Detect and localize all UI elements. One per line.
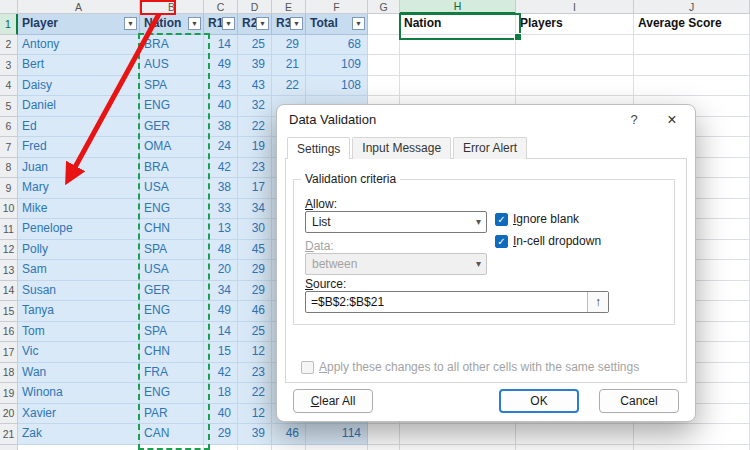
row-header-17[interactable]: 17 [0, 342, 18, 363]
cell-B19[interactable]: ENG [140, 383, 204, 404]
cell-I2[interactable] [516, 35, 634, 56]
cell-E21[interactable]: 46 [272, 424, 306, 445]
cell-E22[interactable] [272, 445, 306, 450]
cell-B2[interactable]: BRA [140, 35, 204, 56]
cell-B20[interactable]: PAR [140, 404, 204, 425]
column-header-D[interactable]: D [238, 0, 272, 14]
cell-D16[interactable]: 25 [238, 322, 272, 343]
cell-I21[interactable] [516, 424, 634, 445]
row-header-10[interactable]: 10 [0, 199, 18, 220]
filter-button-E1[interactable]: ▼ [290, 17, 303, 30]
cell-D8[interactable]: 23 [238, 158, 272, 179]
cell-D18[interactable]: 23 [238, 363, 272, 384]
cell-C18[interactable]: 42 [204, 363, 238, 384]
cell-D2[interactable]: 25 [238, 35, 272, 56]
cell-J2[interactable] [634, 35, 750, 56]
cell-H1[interactable]: Nation [400, 14, 516, 35]
cell-A20[interactable]: Xavier [18, 404, 140, 425]
cell-J1[interactable]: Average Score [634, 14, 750, 35]
cell-I3[interactable] [516, 55, 634, 76]
row-header-12[interactable]: 12 [0, 240, 18, 261]
cell-C2[interactable]: 14 [204, 35, 238, 56]
cell-B8[interactable]: BRA [140, 158, 204, 179]
cell-A3[interactable]: Bert [18, 55, 140, 76]
cell-D20[interactable]: 12 [238, 404, 272, 425]
cell-D4[interactable]: 43 [238, 76, 272, 97]
cell-H3[interactable] [400, 55, 516, 76]
row-header-9[interactable]: 9 [0, 178, 18, 199]
filter-button-B1[interactable]: ▼ [188, 17, 201, 30]
cell-B14[interactable]: GER [140, 281, 204, 302]
cell-B5[interactable]: ENG [140, 96, 204, 117]
cell-B16[interactable]: SPA [140, 322, 204, 343]
row-header-6[interactable]: 6 [0, 117, 18, 138]
cell-A13[interactable]: Sam [18, 260, 140, 281]
cell-B3[interactable]: AUS [140, 55, 204, 76]
cell-G22[interactable] [368, 445, 400, 450]
cell-C3[interactable]: 49 [204, 55, 238, 76]
cell-C13[interactable]: 20 [204, 260, 238, 281]
cell-A7[interactable]: Fred [18, 137, 140, 158]
cell-G1[interactable] [368, 14, 400, 35]
row-header-3[interactable]: 3 [0, 55, 18, 76]
cell-B9[interactable]: USA [140, 178, 204, 199]
cell-J4[interactable] [634, 76, 750, 97]
tab-settings[interactable]: Settings [287, 137, 350, 159]
filter-button-F1[interactable]: ▼ [352, 17, 365, 30]
cell-I22[interactable] [516, 445, 634, 450]
cell-D14[interactable]: 29 [238, 281, 272, 302]
cell-G4[interactable] [368, 76, 400, 97]
cell-A9[interactable]: Mary [18, 178, 140, 199]
cell-H22[interactable] [400, 445, 516, 450]
cell-C17[interactable]: 15 [204, 342, 238, 363]
cell-C8[interactable]: 42 [204, 158, 238, 179]
row-header-14[interactable]: 14 [0, 281, 18, 302]
cell-C4[interactable]: 43 [204, 76, 238, 97]
row-header-11[interactable]: 11 [0, 219, 18, 240]
cell-B18[interactable]: FRA [140, 363, 204, 384]
cell-D1[interactable]: R2▼ [238, 14, 272, 35]
cell-B7[interactable]: OMA [140, 137, 204, 158]
cell-F1[interactable]: Total▼ [306, 14, 368, 35]
cell-A16[interactable]: Tom [18, 322, 140, 343]
cell-A22[interactable] [18, 445, 140, 450]
cell-F22[interactable] [306, 445, 368, 450]
cell-B22[interactable] [140, 445, 204, 450]
cell-C22[interactable] [204, 445, 238, 450]
row-header-15[interactable]: 15 [0, 301, 18, 322]
cell-A5[interactable]: Daniel [18, 96, 140, 117]
row-header-2[interactable]: 2 [0, 35, 18, 56]
collapse-dialog-button[interactable]: ↑ [587, 292, 608, 312]
source-input[interactable] [305, 291, 609, 313]
cell-J22[interactable] [634, 445, 750, 450]
cell-H4[interactable] [400, 76, 516, 97]
cell-D11[interactable]: 30 [238, 219, 272, 240]
ignore-blank-checkbox[interactable]: ✓ Ignore blank [495, 210, 579, 228]
cell-C11[interactable]: 13 [204, 219, 238, 240]
cell-C10[interactable]: 33 [204, 199, 238, 220]
cancel-button[interactable]: Cancel [599, 389, 679, 413]
cell-C20[interactable]: 40 [204, 404, 238, 425]
cell-C14[interactable]: 34 [204, 281, 238, 302]
cell-D17[interactable]: 12 [238, 342, 272, 363]
cell-I4[interactable] [516, 76, 634, 97]
cell-E2[interactable]: 29 [272, 35, 306, 56]
cell-B13[interactable]: USA [140, 260, 204, 281]
cell-C16[interactable]: 14 [204, 322, 238, 343]
cell-D12[interactable]: 45 [238, 240, 272, 261]
column-header-J[interactable]: J [634, 0, 750, 14]
row-header-19[interactable]: 19 [0, 383, 18, 404]
cell-A10[interactable]: Mike [18, 199, 140, 220]
column-header-H[interactable]: H [400, 0, 516, 14]
cell-D6[interactable]: 22 [238, 117, 272, 138]
cell-C9[interactable]: 38 [204, 178, 238, 199]
cell-F3[interactable]: 109 [306, 55, 368, 76]
ok-button[interactable]: OK [499, 389, 579, 413]
allow-select[interactable]: List ▾ [305, 211, 487, 233]
cell-C19[interactable]: 18 [204, 383, 238, 404]
cell-C5[interactable]: 40 [204, 96, 238, 117]
cell-J3[interactable] [634, 55, 750, 76]
incell-dropdown-checkbox[interactable]: ✓ In-cell dropdown [495, 232, 601, 250]
filter-button-A1[interactable]: ▼ [124, 17, 137, 30]
close-icon[interactable]: × [653, 105, 691, 135]
